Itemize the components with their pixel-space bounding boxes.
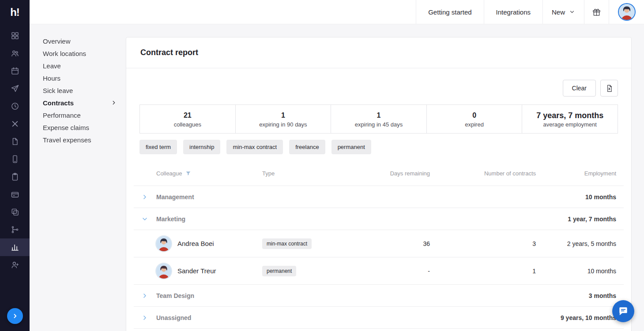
clipboard-icon (11, 172, 19, 181)
group-row-unassigned[interactable]: Unassigned 9 years, 10 months (134, 307, 624, 329)
plane-icon (11, 84, 19, 93)
stat-average-employment: 7 years, 7 months average employment (522, 104, 618, 134)
contracts-count-value: 3 (430, 240, 536, 247)
export-excel-button[interactable] (600, 80, 618, 97)
primary-sidebar-nav (0, 27, 30, 274)
user-avatar[interactable] (619, 4, 635, 20)
stat-value: 1 (238, 110, 328, 121)
sidebar-item-sick-leave[interactable] (0, 97, 30, 115)
excel-file-icon (605, 84, 614, 93)
avatar-illustration (619, 4, 635, 20)
group-row-management[interactable]: Management 10 months (134, 186, 624, 208)
subnav-item-travel-expenses[interactable]: Travel expenses (30, 134, 127, 146)
filter-chip-internship[interactable]: internship (183, 140, 220, 154)
colleague-name: Sander Treur (177, 267, 216, 275)
integrations-link[interactable]: Integrations (484, 0, 542, 24)
filter-chip-freelance[interactable]: freelance (289, 140, 325, 154)
contract-report-card: Contract report Clear 21 colleagues 1 ex… (126, 37, 632, 331)
topbar: Getting started Integrations New (30, 0, 644, 24)
filter-chip-fixed-term[interactable]: fixed term (139, 140, 177, 154)
gift-icon (592, 7, 601, 17)
subnav-label: Contracts (43, 99, 74, 107)
chevron-down-icon[interactable] (141, 216, 148, 223)
sidebar-item-dashboard[interactable] (0, 27, 30, 45)
avatar-illustration (156, 264, 171, 279)
chevron-right-icon (11, 312, 19, 320)
contracts-count-value: 1 (430, 268, 536, 275)
clock-icon (11, 102, 19, 111)
stat-label: expired (429, 121, 520, 128)
stat-expiring-90: 1 expiring in 90 days (235, 104, 331, 134)
sidebar-item-calendar[interactable] (0, 62, 30, 80)
stat-value: 0 (429, 110, 520, 121)
chat-bubble-icon (618, 305, 629, 317)
colleague-avatar (156, 236, 171, 251)
page-title: Contract report (126, 37, 631, 68)
sidebar-item-mobile[interactable] (0, 150, 30, 168)
sidebar-item-documents[interactable] (0, 133, 30, 150)
stat-value: 21 (143, 110, 233, 121)
group-row-team-design[interactable]: Team Design 3 months (134, 285, 624, 307)
column-employment: Employment (536, 170, 616, 177)
subnav-item-work-locations[interactable]: Work locations (30, 47, 127, 60)
person-plus-icon (11, 260, 19, 269)
subnav-label: Expense claims (43, 124, 89, 131)
sidebar-expand-button[interactable] (7, 308, 23, 324)
people-icon (11, 49, 19, 58)
group-row-marketing[interactable]: Marketing 1 year, 7 months (134, 208, 624, 230)
stat-label: colleagues (143, 121, 233, 128)
chat-support-button[interactable] (612, 300, 634, 322)
filter-funnel-icon[interactable] (185, 171, 191, 176)
getting-started-link[interactable]: Getting started (416, 0, 483, 24)
subnav-item-contracts[interactable]: Contracts (30, 97, 127, 109)
chevron-right-icon (111, 100, 117, 106)
filter-chip-permanent[interactable]: permanent (331, 140, 371, 154)
sidebar-item-workflows[interactable] (0, 221, 30, 238)
branch-icon (11, 225, 19, 234)
contract-type-filters: fixed term internship min-max contract f… (139, 140, 618, 154)
subnav-item-leave[interactable]: Leave (30, 60, 127, 72)
sidebar-item-profile[interactable] (0, 256, 30, 274)
group-name: Unassigned (156, 314, 536, 321)
group-name: Management (156, 193, 536, 201)
sidebar-item-integrations[interactable] (0, 115, 30, 133)
subnav-item-overview[interactable]: Overview (30, 35, 127, 47)
sidebar-item-expenses[interactable] (0, 186, 30, 203)
subnav-label: Hours (43, 74, 60, 82)
dashboard-grid-icon (11, 31, 19, 40)
cross-x-icon (11, 119, 19, 128)
subnav-item-sick-leave[interactable]: Sick leave (30, 84, 127, 97)
sidebar-item-tasks[interactable] (0, 168, 30, 186)
contract-type-badge: min-max contract (262, 238, 312, 249)
stat-expired: 0 expired (426, 104, 523, 134)
sidebar-item-travel[interactable] (0, 80, 30, 97)
wallet-icon (11, 190, 19, 199)
app-logo[interactable]: h! (0, 0, 30, 24)
chevron-right-icon[interactable] (141, 314, 148, 321)
subnav-label: Work locations (43, 50, 86, 57)
sidebar-item-reports[interactable] (0, 238, 30, 256)
clear-button[interactable]: Clear (563, 80, 596, 97)
filter-chip-min-max[interactable]: min-max contract (226, 140, 283, 154)
colleague-row-andrea-boei[interactable]: Andrea Boei min-max contract 36 3 2 year… (134, 230, 624, 257)
colleague-row-sander-treur[interactable]: Sander Treur permanent - 1 10 months (134, 257, 624, 285)
contracts-table: Colleague Type Days remaining Number of … (134, 161, 624, 329)
subnav-item-expense-claims[interactable]: Expense claims (30, 121, 127, 134)
report-toolbar: Clear (139, 80, 618, 97)
stat-label: expiring in 90 days (238, 121, 328, 128)
calendar-icon (11, 67, 19, 75)
new-menu-button[interactable]: New (542, 0, 584, 24)
sidebar-item-colleagues[interactable] (0, 45, 30, 62)
subnav-item-hours[interactable]: Hours (30, 72, 127, 84)
phone-icon (11, 155, 19, 164)
sidebar-item-contracts[interactable] (0, 203, 30, 221)
employment-value: 2 years, 5 months (536, 240, 616, 247)
column-days-remaining: Days remaining (355, 170, 430, 177)
subnav-item-performance[interactable]: Performance (30, 109, 127, 121)
stat-value: 1 (334, 110, 424, 121)
chevron-right-icon[interactable] (141, 193, 148, 201)
gift-button[interactable] (584, 0, 609, 24)
column-type: Type (262, 170, 355, 177)
user-menu[interactable] (609, 0, 644, 24)
chevron-right-icon[interactable] (141, 292, 148, 299)
